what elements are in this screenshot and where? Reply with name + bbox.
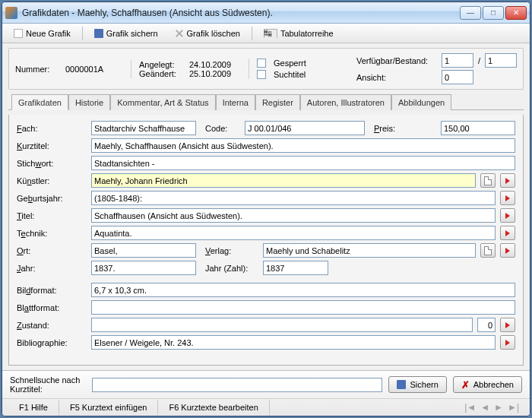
created-label: Angelegt:	[139, 60, 185, 69]
titel-field[interactable]	[91, 208, 496, 223]
zustand-num-field[interactable]	[477, 318, 496, 332]
bildformat-label: Bildformat:	[17, 286, 87, 295]
ort-field[interactable]	[91, 243, 196, 258]
titel-go-button[interactable]	[500, 208, 515, 223]
verlag-go-button[interactable]	[500, 243, 515, 258]
verlag-label: Verlag:	[205, 246, 258, 255]
preis-field[interactable]	[441, 121, 515, 135]
quicksearch-label: Schnellsuche nach Kurztitel:	[10, 375, 86, 394]
save-icon	[94, 29, 103, 38]
delete-icon	[175, 29, 184, 38]
new-icon	[14, 29, 23, 38]
app-window: Grafikdaten - Maehly, Schaffhausen (Ansi…	[2, 2, 530, 416]
document-icon	[484, 246, 492, 255]
kurztitel-field[interactable]	[91, 138, 515, 153]
stichwort-field[interactable]	[91, 156, 515, 170]
tab-bar: Grafikdaten Historie Kommentar, Art & St…	[8, 94, 524, 110]
kuenstler-doc-button[interactable]	[480, 173, 496, 188]
technik-field[interactable]	[91, 226, 496, 240]
app-icon	[5, 7, 17, 19]
bibliographie-field[interactable]	[91, 335, 496, 350]
nav-first-button[interactable]: |◄	[464, 402, 476, 413]
f1-hint: F1 Hilfe	[8, 400, 59, 415]
tab-abbildungen[interactable]: Abbildungen	[391, 94, 451, 110]
geburtsjahr-label: Geburtsjahr:	[17, 194, 87, 203]
jahr-field[interactable]	[91, 261, 196, 275]
available-label: Verfügbar/Bestand:	[356, 56, 437, 65]
number-value: 0000001A	[65, 65, 126, 74]
bildformat-field[interactable]	[91, 283, 515, 297]
kuenstler-go-button[interactable]	[500, 173, 515, 188]
jahr-label: Jahr:	[17, 264, 87, 273]
verlag-doc-button[interactable]	[480, 243, 496, 258]
geburtsjahr-field[interactable]	[91, 191, 496, 205]
save-graphic-button[interactable]: Grafik sichern	[87, 26, 165, 41]
delete-graphic-button[interactable]: Grafik löschen	[168, 26, 247, 41]
preis-label: Preis:	[374, 124, 412, 133]
arrow-right-icon	[505, 322, 510, 328]
verlag-field[interactable]	[263, 243, 476, 258]
view-label: Ansicht:	[356, 73, 437, 82]
nav-last-button[interactable]: ►|	[508, 402, 519, 413]
titlebar[interactable]: Grafikdaten - Maehly, Schaffhausen (Ansi…	[2, 2, 530, 24]
tab-grafikdaten[interactable]: Grafikdaten	[11, 94, 68, 110]
minimize-button[interactable]: —	[460, 6, 481, 20]
kuenstler-field[interactable]	[91, 173, 476, 188]
jahrzahl-field[interactable]	[263, 261, 328, 275]
arrow-right-icon	[505, 248, 510, 254]
code-label: Code:	[205, 124, 240, 133]
maximize-button[interactable]: □	[483, 6, 504, 20]
kurztitel-label: Kurztitel:	[17, 141, 87, 150]
tab-order-button[interactable]: Tabulatorreihe	[257, 26, 340, 41]
number-label: Nummer:	[15, 65, 61, 74]
zustand-field[interactable]	[91, 318, 473, 332]
toolbar: Neue Grafik Grafik sichern Grafik lösche…	[2, 24, 530, 43]
arrow-right-icon	[505, 195, 510, 201]
geburtsjahr-go-button[interactable]	[500, 191, 515, 205]
fach-field[interactable]	[91, 121, 196, 135]
save-button[interactable]: Sichern	[388, 376, 446, 393]
blattformat-field[interactable]	[91, 300, 515, 315]
new-graphic-button[interactable]: Neue Grafik	[7, 26, 78, 41]
created-value: 24.10.2009	[189, 60, 244, 69]
arrow-right-icon	[505, 178, 510, 184]
zustand-go-button[interactable]	[500, 318, 515, 332]
nav-next-button[interactable]: ►	[494, 402, 503, 413]
locked-checkbox[interactable]	[257, 59, 266, 68]
status-bar: F1 Hilfe F5 Kurztext einfügen F6 Kurztex…	[2, 399, 530, 416]
technik-label: Technik:	[17, 229, 87, 238]
tab-kommentar[interactable]: Kommentar, Art & Status	[110, 94, 215, 110]
cancel-icon: ✗	[461, 379, 470, 391]
modified-label: Geändert:	[139, 69, 185, 78]
fach-label: Fach:	[17, 124, 87, 133]
locked-label: Gesperrt	[274, 59, 306, 68]
searchtitle-label: Suchtitel	[274, 70, 306, 79]
window-title: Grafikdaten - Maehly, Schaffhausen (Ansi…	[22, 8, 460, 18]
view-field[interactable]	[442, 70, 473, 84]
available-b-field[interactable]	[485, 53, 517, 68]
available-a-field[interactable]	[442, 53, 473, 68]
modified-value: 25.10.2009	[189, 69, 244, 78]
searchtitle-checkbox[interactable]	[257, 70, 266, 79]
tab-icon	[264, 29, 277, 38]
tab-interna[interactable]: Interna	[216, 94, 255, 110]
tab-autoren[interactable]: Autoren, Illustratoren	[300, 94, 391, 110]
titel-label: Titel:	[17, 211, 87, 220]
kuenstler-label: Künstler:	[17, 176, 87, 185]
code-field[interactable]	[245, 121, 365, 135]
bibliographie-label: Bibliographie:	[17, 338, 87, 347]
quicksearch-field[interactable]	[92, 378, 382, 392]
zustand-label: Zustand:	[17, 321, 87, 330]
f5-hint: F5 Kurztext einfügen	[59, 400, 159, 415]
footer: Schnellsuche nach Kurztitel: Sichern ✗Ab…	[2, 370, 530, 416]
technik-go-button[interactable]	[500, 226, 515, 240]
tab-historie[interactable]: Historie	[68, 94, 110, 110]
form-area: Fach: Code: Preis: Kurztitel: Stichwort:…	[8, 115, 524, 366]
save-icon	[397, 380, 406, 389]
tab-register[interactable]: Register	[255, 94, 300, 110]
nav-prev-button[interactable]: ◄	[480, 402, 489, 413]
stichwort-label: Stichwort:	[17, 159, 87, 168]
cancel-button[interactable]: ✗Abbrechen	[453, 376, 522, 393]
bibliographie-go-button[interactable]	[500, 335, 515, 350]
close-button[interactable]: ✕	[505, 6, 527, 20]
